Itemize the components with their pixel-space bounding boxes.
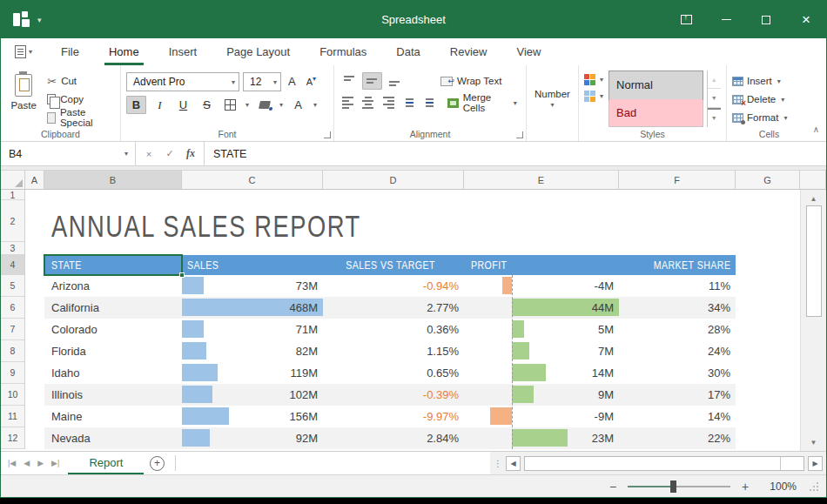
format-as-table-button[interactable]: ▾ — [584, 91, 605, 102]
cell-sales[interactable]: 82M — [182, 340, 323, 362]
align-center-button[interactable] — [360, 94, 377, 111]
table-header-profit[interactable]: PROFIT — [464, 255, 619, 275]
cell-sales[interactable]: 73M — [182, 275, 323, 297]
cell-market-share[interactable]: 14% — [619, 406, 736, 427]
scroll-right-icon[interactable]: ▶ — [808, 456, 823, 471]
paste-special-button[interactable]: Paste Special — [44, 110, 115, 125]
zoom-slider[interactable] — [628, 480, 730, 493]
copy-button[interactable]: Copy — [44, 91, 115, 107]
sheet-area[interactable]: ANNUAL SALES REPORT STATESALESSALES VS T… — [25, 190, 800, 451]
ribbon-tab-data[interactable]: Data — [381, 38, 434, 65]
alignment-dialog-launcher[interactable] — [516, 131, 523, 138]
gallery-down-button[interactable]: ▼ — [708, 89, 721, 107]
cell-sales[interactable]: 92M — [182, 427, 323, 449]
ribbon-tab-file[interactable]: File — [46, 38, 94, 65]
column-header-B[interactable]: B — [44, 171, 182, 190]
font-color-caret-icon[interactable]: ▾ — [312, 101, 319, 109]
nav-next-sheet[interactable]: ▶ — [37, 459, 44, 467]
cell-state[interactable]: California — [44, 297, 182, 319]
vertical-scrollbar[interactable]: ▲ ▼ — [800, 190, 826, 451]
cell-state[interactable]: Colorado — [44, 319, 182, 340]
fill-caret-icon[interactable]: ▾ — [278, 101, 285, 109]
cell-profit[interactable]: 23M — [464, 427, 619, 449]
cell-state[interactable]: Illinois — [44, 384, 182, 406]
app-icon[interactable] — [13, 11, 30, 29]
borders-caret-icon[interactable]: ▾ — [244, 101, 251, 109]
style-item-bad[interactable]: Bad — [609, 99, 703, 127]
underline-button[interactable]: U — [173, 96, 193, 114]
cell-market-share[interactable]: 11% — [619, 275, 736, 297]
delete-cells-button[interactable]: Delete▾ — [732, 91, 789, 107]
row-header-4[interactable]: 4 — [1, 255, 25, 275]
column-header-D[interactable]: D — [323, 171, 464, 190]
table-header-sales[interactable]: SALES — [182, 255, 323, 275]
cell-sales-vs-target[interactable]: 2.77% — [323, 297, 464, 319]
decrease-indent-button[interactable] — [400, 94, 417, 111]
cell-sales-vs-target[interactable]: -0.94% — [323, 275, 464, 297]
column-header-A[interactable]: A — [25, 171, 44, 190]
cell-sales-vs-target[interactable]: 0.36% — [323, 319, 464, 340]
cell-profit[interactable]: 5M — [464, 319, 619, 340]
cell-sales-vs-target[interactable]: 1.15% — [323, 340, 464, 362]
row-header-6[interactable]: 6 — [1, 297, 25, 319]
cell-sales-vs-target[interactable]: 2.84% — [323, 427, 464, 449]
cut-button[interactable]: ✂Cut — [44, 73, 115, 89]
cell-profit[interactable]: 7M — [464, 340, 619, 362]
column-header-F[interactable]: F — [619, 171, 736, 190]
strikethrough-button[interactable]: S — [197, 96, 217, 114]
sheet-tab-report[interactable]: Report — [68, 452, 144, 474]
align-top-button[interactable] — [340, 72, 360, 90]
font-name-select[interactable]: Advent Pro▾ — [126, 72, 239, 91]
cell-market-share[interactable]: 17% — [619, 384, 736, 406]
column-header-C[interactable]: C — [182, 171, 323, 190]
column-header-E[interactable]: E — [464, 171, 619, 190]
style-item-normal[interactable]: Normal — [609, 71, 703, 99]
scroll-up-icon[interactable]: ▲ — [801, 192, 826, 205]
cell-profit[interactable]: 9M — [464, 384, 619, 406]
zoom-slider-thumb[interactable] — [670, 480, 676, 493]
collapse-ribbon-button[interactable]: ∧ — [813, 124, 819, 134]
cell-state[interactable]: Idaho — [44, 362, 182, 384]
align-right-button[interactable] — [380, 94, 397, 111]
row-header-2[interactable]: 2 — [1, 200, 25, 242]
fullscreen-button[interactable] — [666, 1, 706, 38]
row-header-11[interactable]: 11 — [1, 406, 25, 427]
shrink-font-button[interactable]: A▾ — [303, 75, 319, 88]
row-header-9[interactable]: 9 — [1, 362, 25, 384]
nav-last-sheet[interactable]: ▶| — [51, 459, 59, 467]
row-header-12[interactable]: 12 — [1, 427, 25, 449]
cell-sales[interactable]: 71M — [182, 319, 323, 340]
cell-sales[interactable]: 102M — [182, 384, 323, 406]
align-left-button[interactable] — [340, 94, 357, 111]
font-color-button[interactable]: A — [288, 96, 308, 114]
table-header-state[interactable]: STATE — [44, 255, 182, 275]
align-bottom-button[interactable] — [385, 72, 405, 90]
confirm-entry-button[interactable]: ✓ — [160, 148, 179, 159]
cell-state[interactable]: Nevada — [44, 427, 182, 449]
quick-menu-button[interactable]: ▾ — [1, 38, 46, 65]
cell-market-share[interactable]: 28% — [619, 319, 736, 340]
cell-market-share[interactable]: 34% — [619, 297, 736, 319]
name-box[interactable]: B4 ▾ — [1, 142, 136, 165]
ribbon-tab-home[interactable]: Home — [94, 38, 154, 65]
app-menu-caret-icon[interactable]: ▾ — [37, 16, 42, 24]
borders-button[interactable] — [220, 96, 240, 114]
gallery-up-button[interactable]: ▲ — [708, 71, 721, 89]
cell-sales[interactable]: 468M — [182, 297, 323, 319]
add-sheet-button[interactable]: + — [144, 452, 170, 474]
cell-market-share[interactable]: 30% — [619, 362, 736, 384]
paste-button[interactable]: Paste — [6, 71, 41, 127]
table-header-market-share[interactable]: MARKET SHARE — [619, 255, 736, 275]
cell-sales[interactable]: 156M — [182, 406, 323, 427]
maximize-button[interactable] — [746, 1, 786, 38]
font-dialog-launcher[interactable] — [324, 131, 331, 138]
increase-indent-button[interactable] — [419, 94, 436, 111]
horizontal-scrollbar[interactable]: ⋮ ◀ ▶ — [490, 452, 826, 474]
minimize-button[interactable] — [706, 1, 746, 38]
format-cells-button[interactable]: Format▾ — [732, 110, 789, 125]
cell-state[interactable]: Maine — [44, 406, 182, 427]
wrap-text-button[interactable]: Wrap Text — [437, 72, 505, 90]
resize-grip[interactable] — [809, 481, 819, 492]
insert-function-button[interactable]: fx — [181, 147, 200, 160]
cell-profit[interactable]: -4M — [464, 275, 619, 297]
